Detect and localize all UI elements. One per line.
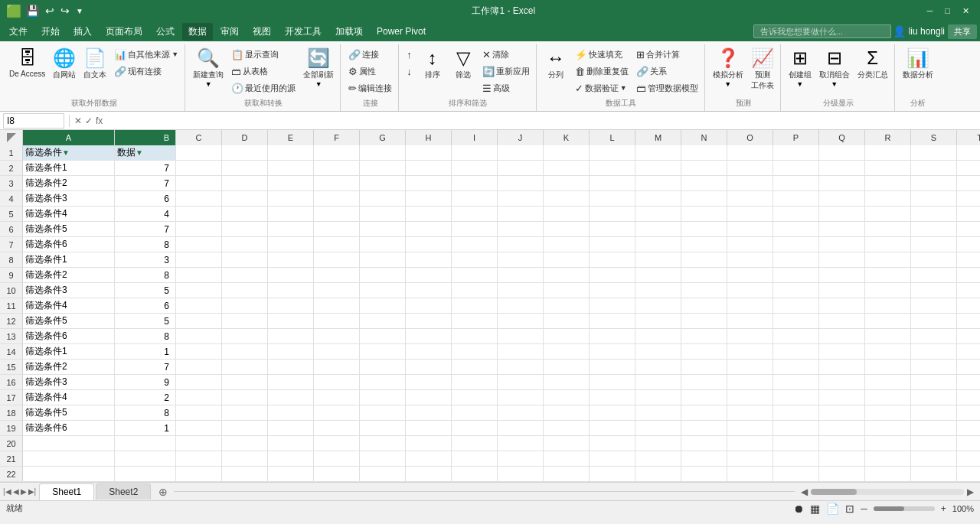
cell-l[interactable] [590, 268, 635, 282]
cell-l[interactable] [590, 467, 635, 481]
row-number[interactable]: 7 [0, 237, 23, 252]
cell-g[interactable] [360, 176, 406, 190]
cell-p[interactable] [773, 268, 819, 282]
cell-b[interactable] [115, 436, 176, 451]
cell-k[interactable] [544, 237, 590, 252]
cell-r[interactable] [865, 191, 911, 206]
cell-t[interactable] [957, 252, 980, 267]
cell-d[interactable] [222, 390, 268, 405]
col-header-D[interactable]: D [222, 130, 268, 145]
menu-developer[interactable]: 开发工具 [279, 23, 328, 41]
col-header-R[interactable]: R [865, 130, 911, 145]
cell-k[interactable] [544, 191, 590, 206]
cell-i[interactable] [452, 207, 498, 221]
cell-n[interactable] [681, 451, 727, 466]
cell-j[interactable] [498, 268, 544, 282]
cell-e[interactable] [268, 344, 314, 359]
row-number[interactable]: 1 [0, 145, 23, 160]
cell-j[interactable] [498, 360, 544, 374]
cell-m[interactable] [635, 268, 681, 282]
cell-t[interactable] [957, 191, 980, 206]
cell-n[interactable] [681, 360, 727, 374]
cell-m[interactable] [635, 298, 681, 313]
row-number[interactable]: 14 [0, 344, 23, 359]
cell-k[interactable] [544, 207, 590, 221]
cell-f[interactable] [314, 314, 360, 328]
cell-i[interactable] [452, 222, 498, 236]
cell-s[interactable] [911, 268, 957, 282]
cell-o[interactable] [727, 436, 773, 451]
search-input[interactable] [753, 24, 891, 38]
menu-data[interactable]: 数据 [182, 23, 213, 41]
cell-a[interactable] [23, 436, 115, 451]
row-number[interactable]: 17 [0, 390, 23, 405]
scroll-left-icon[interactable]: ◀ [801, 487, 808, 497]
cell-o[interactable] [727, 390, 773, 405]
redo-icon[interactable]: ↪ [59, 3, 71, 18]
cell-h[interactable] [406, 329, 452, 343]
cell-q[interactable] [819, 176, 865, 190]
cell-r[interactable] [865, 405, 911, 420]
row-number[interactable]: 10 [0, 283, 23, 298]
cell-f[interactable] [314, 405, 360, 420]
col-header-Q[interactable]: Q [819, 130, 865, 145]
scrollbar-thumb[interactable] [811, 489, 857, 495]
cell-r[interactable] [865, 252, 911, 267]
cell-g[interactable] [360, 329, 406, 343]
data-analysis-button[interactable]: 📊 数据分析 [900, 46, 936, 82]
cell-t[interactable] [957, 467, 980, 481]
cell-i[interactable] [452, 390, 498, 405]
cell-t[interactable] [957, 421, 980, 435]
cell-i[interactable] [452, 436, 498, 451]
cell-t[interactable] [957, 360, 980, 374]
cell-c[interactable] [176, 222, 222, 236]
cell-t[interactable] [957, 268, 980, 282]
cell-r[interactable] [865, 467, 911, 481]
cell-c[interactable] [176, 283, 222, 298]
cell-p[interactable] [773, 252, 819, 267]
cell-i[interactable] [452, 176, 498, 190]
text-to-columns-button[interactable]: ↔ 分列 [541, 46, 570, 82]
cell-t[interactable] [957, 237, 980, 252]
cell-c[interactable] [176, 252, 222, 267]
cell-g[interactable] [360, 237, 406, 252]
cell-r[interactable] [865, 451, 911, 466]
cell-g[interactable] [360, 161, 406, 175]
cell-e[interactable] [268, 467, 314, 481]
cell-r[interactable] [865, 314, 911, 328]
cell-c[interactable] [176, 298, 222, 313]
cell-e[interactable] [268, 421, 314, 435]
cell-j[interactable] [498, 451, 544, 466]
cell-j[interactable] [498, 329, 544, 343]
cell-t[interactable] [957, 436, 980, 451]
cell-j[interactable] [498, 390, 544, 405]
cell-a[interactable]: 筛选条件6 [23, 329, 115, 343]
cell-d[interactable] [222, 176, 268, 190]
cell-d[interactable] [222, 344, 268, 359]
cell-l[interactable] [590, 451, 635, 466]
cell-c[interactable] [176, 360, 222, 374]
cell-a[interactable]: 筛选条件4 [23, 298, 115, 313]
zoom-in-icon[interactable]: + [941, 503, 946, 514]
cell-o[interactable] [727, 176, 773, 190]
cell-q[interactable] [819, 344, 865, 359]
cell-l[interactable] [590, 222, 635, 236]
cell-g[interactable] [360, 360, 406, 374]
cell-i[interactable] [452, 283, 498, 298]
cell-r[interactable] [865, 268, 911, 282]
cell-s[interactable] [911, 161, 957, 175]
cell-b[interactable]: 1 [115, 344, 176, 359]
cell-b[interactable]: 7 [115, 176, 176, 190]
row-number[interactable]: 12 [0, 314, 23, 328]
cell-l[interactable] [590, 252, 635, 267]
col-header-P[interactable]: P [773, 130, 819, 145]
cell-e[interactable] [268, 360, 314, 374]
cell-f[interactable] [314, 176, 360, 190]
cell-o[interactable] [727, 314, 773, 328]
properties-button[interactable]: ⚙ 属性 [345, 63, 395, 80]
connections-button[interactable]: 🔗 连接 [345, 46, 395, 63]
col-header-T[interactable]: T [957, 130, 980, 145]
cell-c[interactable] [176, 207, 222, 221]
cell-e[interactable] [268, 451, 314, 466]
cell-h[interactable] [406, 344, 452, 359]
